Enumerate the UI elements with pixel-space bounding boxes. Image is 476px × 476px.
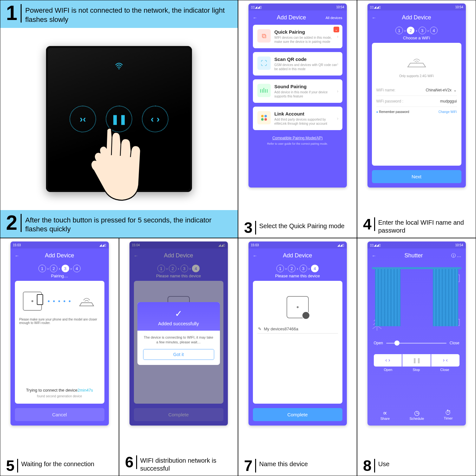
phone-header: ← Add Device [248, 248, 347, 263]
status-bar: ▯▯◢◢▯10:54 [367, 3, 466, 10]
pairing-hint: Refer to user guide for the correct pair… [248, 142, 347, 145]
svg-point-1 [261, 115, 263, 117]
chevron-right-icon: › [337, 34, 339, 39]
step7-cell: 15:03◢◢▯ ← Add Device 1›2›3›4 Please nam… [238, 238, 357, 476]
step3-caption: 3 Select the Quick Pairing mode [238, 218, 357, 238]
step6-cell: 15:04◢◢▯ ← Add Device 1›2›3›4 Please nam… [119, 238, 238, 476]
complete-button[interactable]: Complete [253, 408, 342, 421]
timer-icon: ⏱ [444, 409, 453, 416]
chevron-right-icon: › [337, 61, 339, 66]
pairing-illustration: • • • • • [19, 292, 100, 311]
phone-header: ← Add Device All devices [248, 10, 347, 25]
edit-icon: ✎ [258, 327, 261, 331]
status-bar: 15:03◢◢▯ [10, 241, 109, 248]
back-icon[interactable]: ← [372, 15, 376, 20]
close-button[interactable]: › ‹ [431, 354, 459, 367]
step3-cell: ▯▯◢◢▯10:54 ← Add Device All devices ⌄ ⧉ … [238, 0, 357, 238]
chevron-right-icon: › [337, 116, 339, 121]
step1-number: 1 [6, 4, 22, 23]
step4-caption: 4 Enter the local WIFI name and password [357, 214, 476, 238]
more-icon[interactable]: ⓘ … [451, 253, 461, 259]
wifi-password-field[interactable]: WiFi password : mudpggui [376, 96, 457, 107]
timer-button[interactable]: ⏱Timer [444, 409, 453, 420]
sound-pairing-card[interactable]: ıılıı Sound Pairing Add device in this m… [253, 79, 342, 103]
name-device-body: ✎ My devices87466a [253, 281, 342, 404]
sound-icon: ıılıı [257, 84, 271, 97]
step2-text: After the touch button is pressed for 5 … [25, 214, 232, 234]
compatible-mode-link[interactable]: Compatible Pairing Mode(AP) [248, 136, 347, 140]
wall-switch: ›‹ ❚❚ ‹ › [46, 46, 192, 192]
check-icon: ✓ [141, 308, 217, 319]
back-icon[interactable]: ← [372, 253, 376, 258]
slider-thumb[interactable] [394, 340, 400, 346]
quick-pairing-card[interactable]: ⌄ ⧉ Quick Pairing WIFI devices can be ad… [253, 25, 342, 48]
cancel-button[interactable]: Cancel [15, 408, 104, 421]
step-indicator: 1›2›3›4 [367, 25, 466, 35]
svg-point-5 [416, 63, 417, 63]
step3-phone: ▯▯◢◢▯10:54 ← Add Device All devices ⌄ ⧉ … [248, 3, 347, 188]
phone-header: ← Shutter ⓘ … [367, 248, 466, 263]
control-buttons: ‹ › ❚❚ › ‹ [367, 354, 466, 367]
back-icon[interactable]: ← [253, 15, 257, 20]
quick-pairing-icon: ⧉ [257, 29, 271, 43]
device-name-input[interactable]: ✎ My devices87466a [257, 325, 338, 334]
badge-icon: ⌄ [334, 27, 339, 32]
step-indicator: 1›2›3›4 [248, 263, 347, 273]
phone-header: ← Add Device [10, 248, 109, 263]
next-button[interactable]: Next [372, 170, 461, 183]
step5-caption: 5 Waiting for the connection [0, 456, 119, 476]
nest-icon [257, 111, 271, 124]
share-button[interactable]: ∝Share [380, 409, 390, 420]
status-bar: ▯▯◢◢▯10:54 [367, 241, 466, 248]
schedule-button[interactable]: ◷Schedule [409, 409, 424, 420]
step4-phone: ▯▯◢◢▯10:54 ← Add Device 1›2›3›4 Choose a… [367, 3, 466, 188]
link-account-card[interactable]: Link Account Add third party devices sup… [253, 107, 342, 130]
step2-strip: 2 After the touch button is pressed for … [0, 210, 238, 238]
step4-cell: ▯▯◢◢▯10:54 ← Add Device 1›2›3›4 Choose a… [357, 0, 476, 238]
step7-caption: 7 Name this device [238, 456, 357, 476]
svg-point-0 [118, 68, 120, 69]
success-modal-overlay: ✓ Added successfully The device is conne… [129, 241, 228, 426]
step1-strip: 1 Powered WIFI is not connected to the n… [0, 0, 238, 28]
svg-point-2 [264, 115, 267, 117]
all-devices-link[interactable]: All devices [326, 16, 342, 20]
page-title: Add Device [402, 14, 431, 21]
back-icon[interactable]: ← [253, 253, 257, 258]
page-title: Add Device [277, 14, 306, 21]
step1-text: Powered WIFI is not connected to the net… [25, 4, 232, 24]
wifi-icon [115, 62, 123, 72]
step8-cell: ▯▯◢◢▯10:54 ← Shutter ⓘ … [357, 238, 476, 476]
step8-phone: ▯▯◢◢▯10:54 ← Shutter ⓘ … [367, 241, 466, 426]
clock-icon: ◷ [409, 409, 424, 417]
step2-number: 2 [6, 214, 22, 232]
router-icon [376, 54, 457, 72]
wifi-form: Only supports 2.4G WiFi WiFi name: China… [372, 43, 461, 166]
device-icon[interactable] [287, 296, 309, 318]
scan-qr-card[interactable]: ⛶ Scan QR code GSM devices and devices w… [253, 52, 342, 76]
svg-point-4 [264, 118, 267, 121]
open-button[interactable]: ‹ › [374, 354, 402, 367]
got-it-button[interactable]: Got it [143, 349, 214, 360]
status-bar: 15:03◢◢▯ [248, 241, 347, 248]
phone-header: ← Add Device [367, 10, 466, 25]
step-indicator: 1›2›3›4 [10, 263, 109, 273]
connection-status: Trying to connect the device2min47s [19, 388, 100, 393]
status-bar: ▯▯◢◢▯10:54 [248, 3, 347, 10]
success-modal: ✓ Added successfully The device is conne… [137, 302, 220, 365]
qr-icon: ⛶ [257, 56, 271, 70]
step-1-2-panel: 1 Powered WIFI is not connected to the n… [0, 0, 238, 238]
change-wifi-link[interactable]: Change WiFi [439, 110, 457, 114]
hand-icon [84, 125, 148, 205]
wifi-name-field[interactable]: WiFi name: ChinaNet-eV2x ⌄ [376, 85, 457, 96]
stop-button[interactable]: ❚❚ [402, 354, 431, 367]
pairing-body: • • • • • Please make sure your phone an… [15, 281, 104, 404]
back-icon[interactable]: ← [15, 253, 19, 258]
remember-checkbox[interactable]: ● Remember password [376, 110, 409, 114]
step8-caption: 8 Use [357, 456, 476, 476]
bottom-nav: ∝Share ◷Schedule ⏱Timer [367, 404, 466, 426]
svg-point-3 [261, 118, 263, 121]
curtain-illustration [372, 267, 461, 331]
position-slider[interactable]: Open Close [367, 341, 466, 345]
step6-phone: 15:04◢◢▯ ← Add Device 1›2›3›4 Please nam… [129, 241, 228, 426]
chevron-right-icon: › [337, 89, 339, 94]
